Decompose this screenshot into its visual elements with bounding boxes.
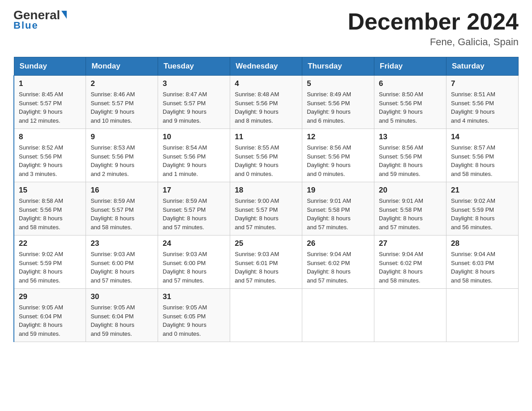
day-number: 31 <box>163 292 225 301</box>
calendar-cell: 6Sunrise: 8:50 AMSunset: 5:56 PMDaylight… <box>374 76 446 129</box>
day-number: 26 <box>307 239 369 248</box>
calendar-cell <box>446 289 519 342</box>
calendar-cell: 21Sunrise: 9:02 AMSunset: 5:59 PMDayligh… <box>446 182 519 235</box>
calendar-cell: 2Sunrise: 8:46 AMSunset: 5:57 PMDaylight… <box>86 76 158 129</box>
day-info: Sunrise: 9:04 AMSunset: 6:02 PMDaylight:… <box>379 250 442 285</box>
day-info: Sunrise: 8:58 AMSunset: 5:56 PMDaylight:… <box>19 197 81 231</box>
calendar-cell <box>230 289 302 342</box>
day-info: Sunrise: 8:49 AMSunset: 5:56 PMDaylight:… <box>307 90 369 125</box>
day-info: Sunrise: 8:59 AMSunset: 5:57 PMDaylight:… <box>163 197 225 231</box>
day-number: 7 <box>451 79 514 88</box>
day-number: 2 <box>90 79 153 88</box>
day-info: Sunrise: 8:46 AMSunset: 5:57 PMDaylight:… <box>90 90 153 125</box>
weekday-header-saturday: Saturday <box>446 57 519 76</box>
day-info: Sunrise: 8:56 AMSunset: 5:56 PMDaylight:… <box>379 143 442 178</box>
day-info: Sunrise: 9:05 AMSunset: 6:04 PMDaylight:… <box>19 303 81 338</box>
day-number: 29 <box>19 292 81 301</box>
calendar-cell: 7Sunrise: 8:51 AMSunset: 5:56 PMDaylight… <box>446 76 519 129</box>
day-number: 14 <box>451 133 514 141</box>
day-info: Sunrise: 8:53 AMSunset: 5:56 PMDaylight:… <box>90 143 153 178</box>
calendar-cell: 10Sunrise: 8:54 AMSunset: 5:56 PMDayligh… <box>158 129 230 182</box>
day-number: 22 <box>19 239 81 248</box>
calendar-cell: 18Sunrise: 9:00 AMSunset: 5:57 PMDayligh… <box>230 182 302 235</box>
week-row-4: 22Sunrise: 9:02 AMSunset: 5:59 PMDayligh… <box>14 235 519 289</box>
calendar-cell: 20Sunrise: 9:01 AMSunset: 5:58 PMDayligh… <box>374 182 446 235</box>
calendar-cell: 25Sunrise: 9:03 AMSunset: 6:01 PMDayligh… <box>230 235 302 289</box>
calendar-cell: 29Sunrise: 9:05 AMSunset: 6:04 PMDayligh… <box>14 289 86 342</box>
calendar-cell: 3Sunrise: 8:47 AMSunset: 5:57 PMDaylight… <box>158 76 230 129</box>
day-number: 4 <box>235 79 297 88</box>
day-number: 11 <box>235 133 297 141</box>
logo-blue: Blue <box>13 20 39 31</box>
location: Fene, Galicia, Spain <box>348 36 519 48</box>
calendar-cell: 9Sunrise: 8:53 AMSunset: 5:56 PMDaylight… <box>86 129 158 182</box>
day-info: Sunrise: 9:02 AMSunset: 5:59 PMDaylight:… <box>451 197 514 231</box>
calendar-cell: 11Sunrise: 8:55 AMSunset: 5:56 PMDayligh… <box>230 129 302 182</box>
day-info: Sunrise: 8:57 AMSunset: 5:56 PMDaylight:… <box>451 143 514 178</box>
day-number: 19 <box>307 186 369 195</box>
day-number: 1 <box>19 79 81 88</box>
day-number: 28 <box>451 239 514 248</box>
calendar-cell: 5Sunrise: 8:49 AMSunset: 5:56 PMDaylight… <box>302 76 374 129</box>
weekday-header-friday: Friday <box>374 57 446 76</box>
day-info: Sunrise: 8:48 AMSunset: 5:56 PMDaylight:… <box>235 90 297 125</box>
week-row-2: 8Sunrise: 8:52 AMSunset: 5:56 PMDaylight… <box>14 129 519 182</box>
calendar-cell: 23Sunrise: 9:03 AMSunset: 6:00 PMDayligh… <box>86 235 158 289</box>
day-info: Sunrise: 8:50 AMSunset: 5:56 PMDaylight:… <box>379 90 442 125</box>
day-info: Sunrise: 8:52 AMSunset: 5:56 PMDaylight:… <box>19 143 81 178</box>
day-number: 6 <box>379 79 442 88</box>
day-info: Sunrise: 9:03 AMSunset: 6:00 PMDaylight:… <box>163 250 225 285</box>
day-info: Sunrise: 9:01 AMSunset: 5:58 PMDaylight:… <box>379 197 442 231</box>
day-number: 25 <box>235 239 297 248</box>
calendar-cell: 1Sunrise: 8:45 AMSunset: 5:57 PMDaylight… <box>14 76 86 129</box>
weekday-header-tuesday: Tuesday <box>158 57 230 76</box>
calendar-cell: 28Sunrise: 9:04 AMSunset: 6:03 PMDayligh… <box>446 235 519 289</box>
calendar-cell: 14Sunrise: 8:57 AMSunset: 5:56 PMDayligh… <box>446 129 519 182</box>
day-number: 16 <box>90 186 153 195</box>
title-block: December 2024 Fene, Galicia, Spain <box>348 9 519 48</box>
day-info: Sunrise: 9:01 AMSunset: 5:58 PMDaylight:… <box>307 197 369 231</box>
day-info: Sunrise: 9:05 AMSunset: 6:04 PMDaylight:… <box>90 303 153 338</box>
day-info: Sunrise: 9:04 AMSunset: 6:03 PMDaylight:… <box>451 250 514 285</box>
day-info: Sunrise: 9:03 AMSunset: 6:00 PMDaylight:… <box>90 250 153 285</box>
month-title: December 2024 <box>348 9 519 34</box>
calendar-cell: 31Sunrise: 9:05 AMSunset: 6:05 PMDayligh… <box>158 289 230 342</box>
day-number: 15 <box>19 186 81 195</box>
weekday-header-sunday: Sunday <box>14 57 86 76</box>
calendar-cell: 27Sunrise: 9:04 AMSunset: 6:02 PMDayligh… <box>374 235 446 289</box>
calendar-cell: 22Sunrise: 9:02 AMSunset: 5:59 PMDayligh… <box>14 235 86 289</box>
calendar-cell: 13Sunrise: 8:56 AMSunset: 5:56 PMDayligh… <box>374 129 446 182</box>
calendar-cell: 30Sunrise: 9:05 AMSunset: 6:04 PMDayligh… <box>86 289 158 342</box>
calendar-cell: 24Sunrise: 9:03 AMSunset: 6:00 PMDayligh… <box>158 235 230 289</box>
day-info: Sunrise: 8:59 AMSunset: 5:57 PMDaylight:… <box>90 197 153 231</box>
calendar-cell: 16Sunrise: 8:59 AMSunset: 5:57 PMDayligh… <box>86 182 158 235</box>
week-row-3: 15Sunrise: 8:58 AMSunset: 5:56 PMDayligh… <box>14 182 519 235</box>
day-number: 3 <box>163 79 225 88</box>
calendar-cell <box>302 289 374 342</box>
day-info: Sunrise: 9:05 AMSunset: 6:05 PMDaylight:… <box>163 303 225 338</box>
day-number: 24 <box>163 239 225 248</box>
day-number: 13 <box>379 133 442 141</box>
weekday-header-thursday: Thursday <box>302 57 374 76</box>
day-info: Sunrise: 8:55 AMSunset: 5:56 PMDaylight:… <box>235 143 297 178</box>
calendar-cell: 4Sunrise: 8:48 AMSunset: 5:56 PMDaylight… <box>230 76 302 129</box>
day-number: 27 <box>379 239 442 248</box>
day-number: 10 <box>163 133 225 141</box>
day-info: Sunrise: 8:56 AMSunset: 5:56 PMDaylight:… <box>307 143 369 178</box>
calendar-cell <box>374 289 446 342</box>
day-number: 17 <box>163 186 225 195</box>
day-info: Sunrise: 8:47 AMSunset: 5:57 PMDaylight:… <box>163 90 225 125</box>
calendar-cell: 17Sunrise: 8:59 AMSunset: 5:57 PMDayligh… <box>158 182 230 235</box>
weekday-header-monday: Monday <box>86 57 158 76</box>
logo-triangle-icon <box>61 11 67 19</box>
day-info: Sunrise: 9:00 AMSunset: 5:57 PMDaylight:… <box>235 197 297 231</box>
weekday-header-wednesday: Wednesday <box>230 57 302 76</box>
day-info: Sunrise: 9:04 AMSunset: 6:02 PMDaylight:… <box>307 250 369 285</box>
calendar-cell: 26Sunrise: 9:04 AMSunset: 6:02 PMDayligh… <box>302 235 374 289</box>
day-number: 12 <box>307 133 369 141</box>
day-number: 23 <box>90 239 153 248</box>
calendar-cell: 15Sunrise: 8:58 AMSunset: 5:56 PMDayligh… <box>14 182 86 235</box>
day-info: Sunrise: 9:02 AMSunset: 5:59 PMDaylight:… <box>19 250 81 285</box>
calendar-cell: 8Sunrise: 8:52 AMSunset: 5:56 PMDaylight… <box>14 129 86 182</box>
calendar-cell: 19Sunrise: 9:01 AMSunset: 5:58 PMDayligh… <box>302 182 374 235</box>
